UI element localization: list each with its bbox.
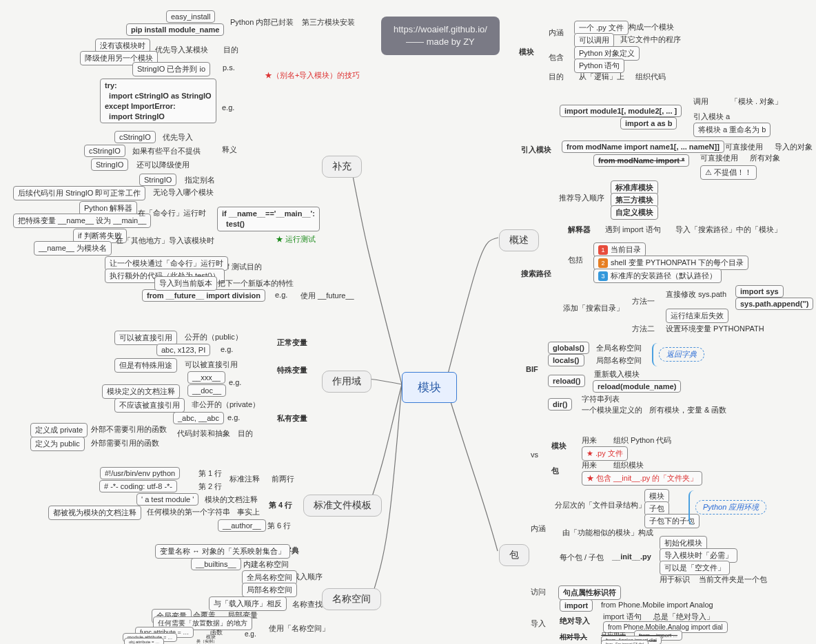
globals: globals() <box>548 342 589 354</box>
std-comment: 标准注释 <box>229 474 260 484</box>
import-obj: 导入的对象 <box>775 142 813 152</box>
abs2: 总是「绝对导入」 <box>653 612 714 622</box>
vs: vs <box>531 450 538 459</box>
eg-s: e.g. <box>221 345 233 353</box>
rel3: from ..Fax import G3.dial <box>601 640 649 644</box>
method1-d: 直接修改 sys.path <box>666 289 726 300</box>
test-module: ' a test module ' <box>136 493 198 506</box>
org-code: 组织代码 <box>635 72 666 82</box>
if-test-goal: if 测试目的 <box>225 262 262 272</box>
meet-import: 遇到 import 语句 <box>605 225 661 235</box>
释义-label: 释义 <box>222 145 237 155</box>
tail-stringio: 后续代码引用 StringIO 即可正常工作 <box>13 186 145 200</box>
tail2: 无论导入哪个模块 <box>153 187 214 198</box>
obj-attr: obj.attribute = … <box>124 638 164 644</box>
underscore: _abc, __abc <box>173 412 224 424</box>
vs-mod-py: ★ .py 文件 <box>582 446 628 461</box>
method2-d: 设置环境变量 PYTHONPATH <box>666 324 764 334</box>
cmd-run: 在「命令行」运行时 <box>138 208 206 218</box>
other-code: 其它文件中的程序 <box>620 34 681 45</box>
first-string: 任何模块的第一个字符串 <box>147 507 230 517</box>
string-4: StringIO <box>139 174 176 186</box>
regarded-doc: 都被视为模块的文档注释 <box>48 506 141 520</box>
string-3: StringIO <box>91 158 128 171</box>
dir-all: 所有模块，变量 & 函数 <box>649 405 726 415</box>
set-main: 把特殊变量 __name__ 设为 __main__ <box>13 214 151 228</box>
branch-namespace: 名称空间 <box>322 588 381 610</box>
self-lib: 自定义模块 <box>611 205 658 220</box>
line2-label: 第 2 行 <box>198 481 222 492</box>
no-ref: 不应该被直接引用 <box>114 398 185 413</box>
direct-use: 可直接使用 <box>725 142 763 152</box>
line1-label: 第 1 行 <box>198 468 222 479</box>
stringio-io: StringIO 已合并到 io <box>132 62 210 76</box>
include: 包括 <box>568 255 583 265</box>
stdpath-text: 标准库的安装路径（默认路径） <box>611 271 717 280</box>
init-py: __init__.py <box>612 552 651 561</box>
import-division: from __future__ import division <box>142 289 265 302</box>
reload: reload() <box>548 375 585 387</box>
import-sys: import sys <box>735 285 784 298</box>
cur-dir: 1当前目录 <box>593 242 646 257</box>
use-future: 使用 __future__ <box>300 291 354 301</box>
rev-order: 与「载入顺序」相反 <box>209 596 287 611</box>
builtin-ns: 内建名称空间 <box>243 559 289 570</box>
string-3d: 还可以降级使用 <box>136 160 190 170</box>
future-desc: 把下一个新版本的特性 <box>218 278 294 289</box>
def-public-d: 外部需要引用的函数 <box>91 438 159 448</box>
credit-author: —— made by ZY <box>394 36 487 48</box>
first-two: 前两行 <box>272 474 294 484</box>
method1: 方法一 <box>632 296 655 307</box>
name-mod: __name__ 为模块名 <box>34 241 112 256</box>
run-test-star: ★ 运行测试 <box>276 234 316 245</box>
goal-r: 目的 <box>549 72 564 82</box>
obj-attr-d: 类（实例） <box>196 638 217 644</box>
import-eg: from Phone.Mobile import Analog <box>601 601 713 609</box>
goal-priv: 目的 <box>238 428 253 439</box>
all-obj: 所有对象 <box>750 153 780 163</box>
coding: # -*- coding: utf-8 -*- <box>99 480 177 492</box>
if-name-main: if __name__=='__main__': test() <box>217 207 320 231</box>
return-dict: 返回字典 <box>659 347 704 362</box>
method2: 方法二 <box>632 324 655 334</box>
def-private: 定义成 private <box>30 423 88 437</box>
vs-mod: 模块 <box>551 441 567 451</box>
rel-import: 相对导入 <box>560 632 587 642</box>
add-search: 添加「搜索目录」 <box>563 303 624 313</box>
special-var: 特殊变量 <box>277 365 307 375</box>
eg-future: e.g. <box>275 291 287 299</box>
abs1: import 语句 <box>603 612 642 622</box>
line4: 第 4 行 <box>269 500 292 510</box>
r-module: 模块 <box>519 47 534 57</box>
reload-d2: reload(module_name) <box>593 380 681 393</box>
reload-d1: 重新载入模块 <box>594 369 640 380</box>
xxx: __xxx__ <box>187 371 225 384</box>
just-import: import <box>560 599 593 612</box>
import-3: from modName import name1[, ... nameN]] <box>562 141 724 153</box>
eg-label-1: e.g. <box>222 103 234 112</box>
init3: 可以是「空文件」 <box>660 561 730 575</box>
private: 非公开的（private） <box>192 399 260 410</box>
docvar: __doc__ <box>187 384 226 397</box>
dir-list: 字符串列表 <box>582 394 620 404</box>
locals: locals() <box>548 354 584 366</box>
import-4: from modName import * <box>593 154 689 167</box>
pip-install: pip install module_name <box>126 23 224 36</box>
pp-text: shell 变量 PYTHONPATH 下的每个目录 <box>611 258 744 267</box>
dir: dir() <box>548 398 572 411</box>
import-a: 引入模块 a <box>693 112 730 122</box>
branch-supplement: 补充 <box>322 156 362 178</box>
goal-label: 目的 <box>223 45 238 55</box>
init4: 用于标识 <box>660 574 690 585</box>
branch-package: 包 <box>499 544 529 566</box>
import-2: import a as b <box>620 117 677 129</box>
py-internal: Python 内部已封装 <box>230 17 294 28</box>
public: 公开的（public） <box>185 332 243 342</box>
branch-summary: 概述 <box>499 229 539 251</box>
interpreter: 解释器 <box>568 225 591 235</box>
root-node: 模块 <box>402 372 457 403</box>
logic: 从「逻辑」上 <box>579 72 624 82</box>
cstring-1d: 优先导入 <box>163 132 193 143</box>
contain: 包含 <box>549 52 564 63</box>
sys-path-append: sys.path.append('') <box>735 298 813 310</box>
